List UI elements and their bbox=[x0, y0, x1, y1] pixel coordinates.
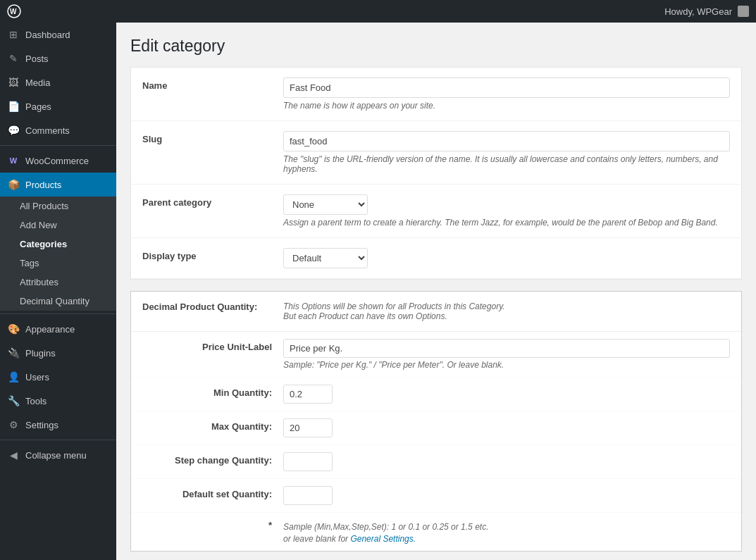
price-unit-label-field: Sample: "Price per Kg." / "Price per Met… bbox=[283, 339, 730, 370]
sidebar-label-appearance: Appearance bbox=[25, 324, 75, 335]
svg-text:W: W bbox=[10, 8, 17, 15]
slug-input[interactable] bbox=[283, 131, 730, 151]
dpq-header: Decimal Product Quantity: This Options w… bbox=[131, 292, 741, 332]
sidebar-item-pages[interactable]: 📄 Pages bbox=[0, 94, 116, 118]
general-settings-link[interactable]: General Settings. bbox=[350, 534, 416, 544]
admin-bar-right: Howdy, WPGear bbox=[664, 6, 749, 17]
sidebar: ⊞ Dashboard ✎ Posts 🖼 Media 📄 Pages 💬 Co… bbox=[0, 23, 116, 560]
dashboard-icon: ⊞ bbox=[7, 28, 20, 41]
name-field: The name is how it appears on your site. bbox=[283, 77, 730, 111]
edit-category-form: Name The name is how it appears on your … bbox=[130, 67, 742, 280]
max-quantity-row: Max Quantity: bbox=[131, 411, 741, 445]
posts-icon: ✎ bbox=[7, 52, 20, 65]
max-quantity-label: Max Quantity: bbox=[142, 418, 283, 432]
sidebar-label-tools: Tools bbox=[25, 396, 47, 406]
admin-bar: W Howdy, WPGear bbox=[0, 0, 756, 23]
collapse-menu-button[interactable]: ◀ Collapse menu bbox=[0, 443, 116, 467]
asterisk-row: * Sample (Min,Max,Step,Set): 1 or 0.1 or… bbox=[131, 513, 741, 551]
name-hint: The name is how it appears on your site. bbox=[283, 101, 730, 111]
sidebar-item-users[interactable]: 👤 Users bbox=[0, 365, 116, 389]
name-row: Name The name is how it appears on your … bbox=[131, 68, 741, 121]
sidebar-label-pages: Pages bbox=[25, 101, 51, 112]
default-set-quantity-input[interactable] bbox=[283, 486, 333, 505]
avatar bbox=[738, 6, 749, 17]
slug-label: Slug bbox=[142, 131, 283, 144]
default-set-quantity-row: Default set Quantity: bbox=[131, 479, 741, 513]
admin-greeting: Howdy, WPGear bbox=[664, 6, 732, 17]
media-icon: 🖼 bbox=[7, 76, 20, 89]
woocommerce-icon: W bbox=[7, 154, 20, 167]
users-icon: 👤 bbox=[7, 371, 20, 383]
price-unit-label-row: Price Unit-Label Sample: "Price per Kg."… bbox=[131, 332, 741, 378]
sidebar-label-settings: Settings bbox=[25, 420, 58, 430]
price-unit-label-hint: Sample: "Price per Kg." / "Price per Met… bbox=[283, 360, 730, 370]
products-icon: 📦 bbox=[7, 178, 20, 191]
asterisk-symbol: * bbox=[142, 520, 283, 530]
submenu-attributes[interactable]: Attributes bbox=[0, 273, 116, 292]
slug-row: Slug The "slug" is the URL-friendly vers… bbox=[131, 121, 741, 185]
sidebar-item-appearance[interactable]: 🎨 Appearance bbox=[0, 317, 116, 341]
asterisk-note-field: Sample (Min,Max,Step,Set): 1 or 0.1 or 0… bbox=[283, 520, 730, 544]
sidebar-label-users: Users bbox=[25, 372, 49, 382]
asterisk-note-line1: Sample (Min,Max,Step,Set): 1 or 0.1 or 0… bbox=[283, 522, 730, 532]
sidebar-item-comments[interactable]: 💬 Comments bbox=[0, 118, 116, 142]
name-input[interactable] bbox=[283, 77, 730, 98]
or-leave-blank-text: or leave blank for bbox=[283, 534, 348, 544]
sidebar-item-tools[interactable]: 🔧 Tools bbox=[0, 389, 116, 413]
max-quantity-input[interactable] bbox=[283, 418, 333, 437]
main-layout: ⊞ Dashboard ✎ Posts 🖼 Media 📄 Pages 💬 Co… bbox=[0, 23, 756, 560]
admin-bar-left: W bbox=[7, 4, 21, 18]
parent-category-select[interactable]: None bbox=[283, 194, 368, 215]
price-unit-label-input[interactable] bbox=[283, 339, 730, 358]
tools-icon: 🔧 bbox=[7, 394, 20, 407]
slug-field: The "slug" is the URL-friendly version o… bbox=[283, 131, 730, 174]
comments-icon: 💬 bbox=[7, 124, 20, 137]
appearance-icon: 🎨 bbox=[7, 323, 20, 335]
parent-category-field: None Assign a parent term to create a hi… bbox=[283, 194, 730, 228]
parent-category-label: Parent category bbox=[142, 194, 283, 208]
sidebar-item-woocommerce[interactable]: W WooCommerce bbox=[0, 149, 116, 173]
name-label: Name bbox=[142, 77, 283, 91]
sidebar-label-media: Media bbox=[25, 77, 50, 88]
default-set-quantity-field bbox=[283, 486, 730, 505]
display-type-select[interactable]: Default bbox=[283, 248, 368, 268]
dpq-desc-line2: But each Product can have its own Option… bbox=[283, 311, 730, 321]
dpq-desc-line1: This Options will be shown for all Produ… bbox=[283, 301, 730, 311]
min-quantity-field bbox=[283, 385, 730, 404]
parent-category-row: Parent category None Assign a parent ter… bbox=[131, 185, 741, 238]
sidebar-separator-2 bbox=[0, 313, 116, 314]
sidebar-item-products[interactable]: 📦 Products bbox=[0, 173, 116, 197]
price-unit-label-label: Price Unit-Label bbox=[142, 339, 283, 352]
sidebar-separator-3 bbox=[0, 440, 116, 440]
settings-icon: ⚙ bbox=[7, 418, 20, 431]
sidebar-label-posts: Posts bbox=[25, 54, 49, 64]
submenu-tags[interactable]: Tags bbox=[0, 254, 116, 273]
submenu-all-products[interactable]: All Products bbox=[0, 197, 116, 216]
submenu-decimal-quantity[interactable]: Decimal Quantity bbox=[0, 292, 116, 311]
sidebar-item-media[interactable]: 🖼 Media bbox=[0, 70, 116, 94]
sidebar-item-dashboard[interactable]: ⊞ Dashboard bbox=[0, 23, 116, 46]
min-quantity-input[interactable] bbox=[283, 385, 333, 404]
step-change-quantity-field bbox=[283, 452, 730, 471]
step-change-quantity-label: Step change Quantity: bbox=[142, 452, 283, 466]
min-quantity-label: Min Quantity: bbox=[142, 385, 283, 398]
submenu-categories[interactable]: Categories bbox=[0, 235, 116, 254]
content-area: Edit category Name The name is how it ap… bbox=[116, 23, 756, 560]
collapse-menu-label: Collapse menu bbox=[25, 450, 87, 461]
sidebar-item-posts[interactable]: ✎ Posts bbox=[0, 46, 116, 70]
display-type-row: Display type Default bbox=[131, 238, 741, 279]
default-set-quantity-label: Default set Quantity: bbox=[142, 486, 283, 499]
collapse-icon: ◀ bbox=[7, 449, 20, 461]
step-change-quantity-row: Step change Quantity: bbox=[131, 445, 741, 479]
display-type-label: Display type bbox=[142, 248, 283, 261]
sidebar-item-settings[interactable]: ⚙ Settings bbox=[0, 413, 116, 437]
step-change-quantity-input[interactable] bbox=[283, 452, 333, 471]
submenu-add-new[interactable]: Add New bbox=[0, 216, 116, 235]
dpq-section-label: Decimal Product Quantity: bbox=[142, 301, 283, 312]
pages-icon: 📄 bbox=[7, 100, 20, 113]
sidebar-label-woocommerce: WooCommerce bbox=[25, 156, 89, 166]
wordpress-logo: W bbox=[7, 4, 21, 18]
sidebar-item-plugins[interactable]: 🔌 Plugins bbox=[0, 341, 116, 365]
sidebar-label-products: Products bbox=[25, 180, 61, 190]
products-submenu: All Products Add New Categories Tags Att… bbox=[0, 197, 116, 311]
